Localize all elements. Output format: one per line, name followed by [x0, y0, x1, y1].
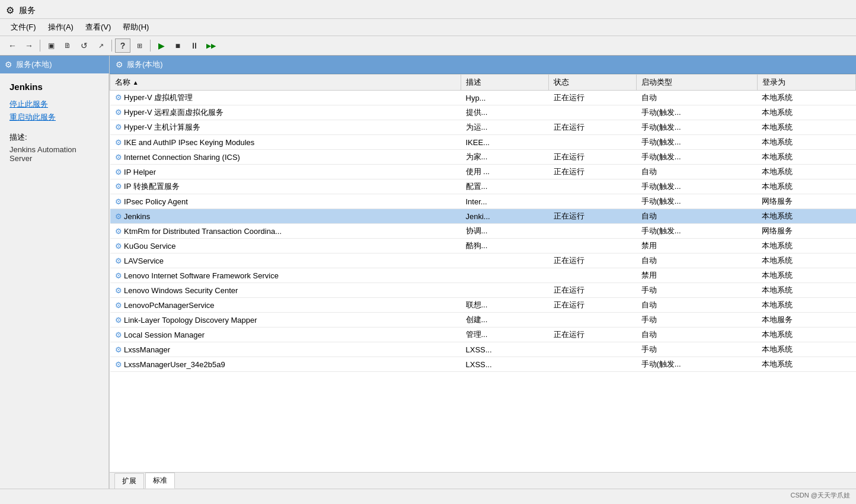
- service-status-cell: [549, 342, 637, 357]
- service-startup-cell: 自动: [637, 91, 758, 105]
- service-login-cell: 本地系统: [757, 135, 856, 150]
- service-status-cell: [549, 239, 637, 253]
- right-panel: ⚙ 服务(本地) 名称 ▲ 描述 状态 启动类型 登录为 ⚙ Hyper-V 虚…: [110, 56, 856, 489]
- service-login-cell: 网络服务: [757, 194, 856, 209]
- table-row[interactable]: ⚙ LenovoPcManagerService联想...正在运行自动本地系统: [110, 298, 856, 313]
- status-bar: CSDN @天天学爪娃: [0, 489, 856, 502]
- resume-button[interactable]: ▶▶: [203, 38, 219, 53]
- table-row[interactable]: ⚙ Link-Layer Topology Discovery Mapper创建…: [110, 313, 856, 328]
- service-desc-cell: LXSS...: [461, 342, 549, 357]
- table-row[interactable]: ⚙ Local Session Manager管理...正在运行自动本地系统: [110, 328, 856, 342]
- service-startup-cell: 手动(触发...: [637, 194, 758, 209]
- col-header-login[interactable]: 登录为: [757, 75, 856, 91]
- service-name-cell: ⚙ IP Helper: [110, 165, 461, 179]
- service-login-cell: 本地系统: [757, 253, 856, 268]
- back-button[interactable]: ←: [5, 38, 20, 53]
- service-desc-cell: [461, 253, 549, 268]
- service-name-cell: ⚙ Internet Connection Sharing (ICS): [110, 150, 461, 165]
- service-desc-cell: Jenki...: [461, 209, 549, 224]
- service-startup-cell: 手动(触发...: [637, 150, 758, 165]
- tab-扩展[interactable]: 扩展: [114, 473, 144, 489]
- service-name-cell: ⚙ Hyper-V 虚拟机管理: [110, 91, 461, 105]
- service-desc-cell: Inter...: [461, 194, 549, 209]
- table-row[interactable]: ⚙ IP Helper使用 ...正在运行自动本地系统: [110, 165, 856, 179]
- service-startup-cell: 手动(触发...: [637, 179, 758, 194]
- service-desc-cell: 协调...: [461, 224, 549, 239]
- detail-button[interactable]: ⊞: [132, 38, 147, 53]
- table-container: 名称 ▲ 描述 状态 启动类型 登录为 ⚙ Hyper-V 虚拟机管理Hyp..…: [110, 74, 856, 472]
- service-startup-cell: 自动: [637, 253, 758, 268]
- service-startup-cell: 手动(触发...: [637, 357, 758, 372]
- service-login-cell: 本地系统: [757, 357, 856, 372]
- service-status-cell: 正在运行: [549, 91, 637, 105]
- table-row[interactable]: ⚙ LAVService正在运行自动本地系统: [110, 253, 856, 268]
- service-desc-cell: 创建...: [461, 313, 549, 328]
- service-name-cell: ⚙ Jenkins: [110, 209, 461, 224]
- main-container: ⚙ 服务(本地) Jenkins 停止此服务 重启动此服务 描述: Jenkin…: [0, 56, 856, 489]
- table-row[interactable]: ⚙ LxssManagerUser_34e2b5a9LXSS...手动(触发..…: [110, 357, 856, 372]
- service-login-cell: 本地系统: [757, 91, 856, 105]
- properties-button[interactable]: 🗎: [60, 38, 75, 53]
- start-button[interactable]: ▶: [154, 38, 169, 53]
- stop-service-link[interactable]: 停止此服务: [9, 99, 99, 110]
- col-header-status[interactable]: 状态: [549, 75, 637, 91]
- tab-标准[interactable]: 标准: [145, 473, 175, 489]
- restart-service-link[interactable]: 重启动此服务: [9, 112, 99, 123]
- help-button[interactable]: ?: [115, 38, 130, 53]
- service-status-cell: 正在运行: [549, 253, 637, 268]
- menu-item-A[interactable]: 操作(A): [43, 21, 78, 34]
- col-header-startup[interactable]: 启动类型: [637, 75, 758, 91]
- desc-text: Jenkins Automation Server: [9, 145, 99, 163]
- service-login-cell: 本地系统: [757, 268, 856, 283]
- left-panel: ⚙ 服务(本地) Jenkins 停止此服务 重启动此服务 描述: Jenkin…: [0, 56, 110, 489]
- menu-item-V[interactable]: 查看(V): [81, 21, 116, 34]
- service-login-cell: 本地系统: [757, 239, 856, 253]
- table-row[interactable]: ⚙ Lenovo Windows Security Center正在运行手动本地…: [110, 283, 856, 298]
- table-row[interactable]: ⚙ IKE and AuthIP IPsec Keying ModulesIKE…: [110, 135, 856, 150]
- service-status-cell: 正在运行: [549, 298, 637, 313]
- console-button[interactable]: ▣: [43, 38, 59, 53]
- table-row[interactable]: ⚙ Lenovo Internet Software Framework Ser…: [110, 268, 856, 283]
- table-header-row: 名称 ▲ 描述 状态 启动类型 登录为: [110, 75, 856, 91]
- col-header-desc[interactable]: 描述: [461, 75, 549, 91]
- forward-button[interactable]: →: [21, 38, 37, 53]
- service-login-cell: 本地系统: [757, 209, 856, 224]
- service-desc-cell: Hyp...: [461, 91, 549, 105]
- export-button[interactable]: ↗: [93, 38, 108, 53]
- sort-arrow: ▲: [133, 79, 139, 86]
- service-login-cell: 本地系统: [757, 179, 856, 194]
- service-desc-cell: 使用 ...: [461, 165, 549, 179]
- right-panel-icon: ⚙: [116, 60, 123, 69]
- table-row[interactable]: ⚙ Hyper-V 远程桌面虚拟化服务提供...手动(触发...本地系统: [110, 105, 856, 120]
- table-row[interactable]: ⚙ IPsec Policy AgentInter...手动(触发...网络服务: [110, 194, 856, 209]
- service-name-cell: ⚙ KtmRm for Distributed Transaction Coor…: [110, 224, 461, 239]
- desc-label: 描述:: [9, 132, 99, 143]
- table-row[interactable]: ⚙ Internet Connection Sharing (ICS)为家...…: [110, 150, 856, 165]
- refresh-button[interactable]: ↺: [76, 38, 92, 53]
- service-status-cell: [549, 179, 637, 194]
- service-login-cell: 本地系统: [757, 328, 856, 342]
- stop-button[interactable]: ■: [170, 38, 186, 53]
- table-row[interactable]: ⚙ LxssManagerLXSS...手动本地系统: [110, 342, 856, 357]
- service-login-cell: 本地系统: [757, 165, 856, 179]
- toolbar: ← → ▣ 🗎 ↺ ↗ ? ⊞ ▶ ■ ⏸ ▶▶: [0, 36, 856, 56]
- service-startup-cell: 手动: [637, 342, 758, 357]
- table-row[interactable]: ⚙ KtmRm for Distributed Transaction Coor…: [110, 224, 856, 239]
- service-status-cell: [549, 135, 637, 150]
- menu-item-F[interactable]: 文件(F): [6, 21, 41, 34]
- table-row[interactable]: ⚙ Hyper-V 虚拟机管理Hyp...正在运行自动本地系统: [110, 91, 856, 105]
- table-row[interactable]: ⚙ JenkinsJenki...正在运行自动本地系统: [110, 209, 856, 224]
- service-name-cell: ⚙ Link-Layer Topology Discovery Mapper: [110, 313, 461, 328]
- table-row[interactable]: ⚙ KuGou Service酷狗...禁用本地系统: [110, 239, 856, 253]
- col-header-name[interactable]: 名称 ▲: [110, 75, 461, 91]
- service-desc-cell: 管理...: [461, 328, 549, 342]
- service-name-cell: ⚙ Hyper-V 主机计算服务: [110, 120, 461, 135]
- service-name-cell: ⚙ LenovoPcManagerService: [110, 298, 461, 313]
- service-startup-cell: 手动: [637, 313, 758, 328]
- service-name-cell: ⚙ LxssManagerUser_34e2b5a9: [110, 357, 461, 372]
- table-row[interactable]: ⚙ IP 转换配置服务配置...手动(触发...本地系统: [110, 179, 856, 194]
- service-desc-cell: LXSS...: [461, 357, 549, 372]
- pause-button[interactable]: ⏸: [187, 38, 202, 53]
- menu-item-H[interactable]: 帮助(H): [118, 21, 154, 34]
- table-row[interactable]: ⚙ Hyper-V 主机计算服务为运...正在运行手动(触发...本地系统: [110, 120, 856, 135]
